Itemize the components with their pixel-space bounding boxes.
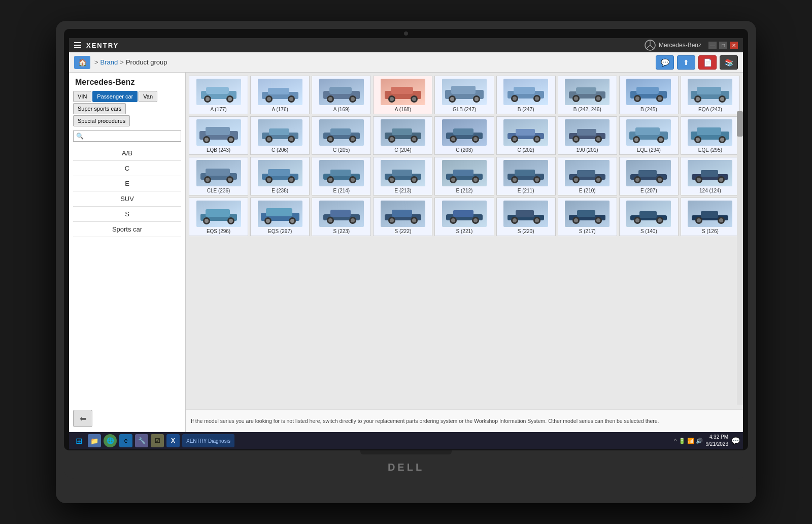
car-card[interactable]: GLB (247) — [434, 76, 494, 114]
svg-point-171 — [229, 219, 233, 223]
svg-rect-173 — [266, 208, 292, 216]
svg-point-33 — [475, 97, 479, 101]
tab-van[interactable]: Van — [139, 91, 157, 102]
car-card[interactable]: CLE (236) — [189, 157, 248, 195]
tab-special-procedures[interactable]: Special procedures — [73, 115, 130, 126]
category-list: A/B C E SUV S Sports car — [73, 146, 181, 402]
taskbar-app-4[interactable]: 🔧 — [135, 434, 148, 447]
car-card[interactable]: C (204) — [373, 116, 432, 155]
pdf-icon-button[interactable]: 📄 — [698, 55, 717, 70]
car-card[interactable]: E (210) — [558, 157, 617, 195]
tab-passenger-car[interactable]: Passenger car — [92, 91, 138, 102]
home-button[interactable]: 🏠 — [74, 56, 90, 69]
category-item-sports[interactable]: Sports car — [73, 222, 181, 237]
minimize-button[interactable]: — — [708, 42, 717, 49]
brand-title: Mercedes-Benz — [659, 42, 701, 49]
category-item-ab[interactable]: A/B — [73, 146, 181, 161]
category-item-suv[interactable]: SUV — [73, 191, 181, 207]
breadcrumb-product-group: Product group — [126, 58, 167, 66]
taskbar-checkbox-app[interactable]: ☑ — [151, 434, 164, 447]
car-card[interactable]: C (203) — [434, 116, 494, 155]
content-area: A (177) A (176) — [186, 73, 743, 432]
category-item-c[interactable]: C — [73, 161, 181, 176]
car-card[interactable]: S (217) — [558, 198, 617, 236]
tab-super-sports-cars[interactable]: Super sports cars — [73, 103, 126, 114]
search-box: 🔍 — [73, 130, 181, 142]
car-card[interactable]: C (206) — [250, 116, 310, 155]
car-card[interactable]: E (214) — [312, 157, 371, 195]
taskbar-xentry-button[interactable]: X — [166, 434, 180, 447]
svg-point-75 — [351, 137, 355, 141]
svg-rect-11 — [268, 88, 289, 94]
car-card[interactable]: 190 (201) — [558, 116, 617, 155]
hamburger-menu[interactable] — [74, 42, 81, 48]
car-card[interactable]: S (222) — [373, 198, 432, 236]
car-card[interactable]: EQE (295) — [681, 116, 740, 155]
car-label: EQE (295) — [698, 147, 722, 153]
car-card[interactable]: E (211) — [496, 157, 556, 195]
svg-point-165 — [719, 178, 723, 182]
svg-point-15 — [289, 97, 293, 101]
svg-rect-179 — [330, 210, 351, 217]
car-card[interactable]: A (176) — [250, 76, 310, 114]
car-card[interactable]: B (242, 246) — [558, 76, 617, 114]
close-button[interactable]: ✕ — [730, 42, 738, 49]
svg-point-123 — [289, 178, 293, 182]
maximize-button[interactable]: □ — [719, 42, 727, 49]
car-card[interactable]: B (247) — [496, 76, 556, 114]
car-label: E (214) — [333, 188, 350, 193]
svg-point-213 — [658, 218, 662, 222]
search-input[interactable] — [86, 133, 178, 140]
car-card[interactable]: E (213) — [373, 157, 432, 195]
tab-vin[interactable]: VIN — [73, 91, 91, 102]
category-item-e[interactable]: E — [73, 176, 181, 191]
xentry-taskbar-label: XENTRY Diagnosis — [182, 434, 234, 447]
car-card[interactable]: E (238) — [250, 157, 310, 195]
upload-icon-button[interactable]: ⬆ — [677, 55, 695, 70]
back-nav-button[interactable]: ⬅ — [73, 410, 92, 427]
mercedes-benz-logo — [645, 40, 656, 51]
car-card[interactable]: E (207) — [619, 157, 679, 195]
car-card[interactable]: S (221) — [434, 198, 494, 236]
sidebar: Mercedes-Benz VIN Passenger car Van Supe… — [69, 73, 186, 432]
svg-rect-149 — [577, 170, 595, 177]
svg-rect-5 — [206, 87, 229, 94]
car-card[interactable]: B (245) — [619, 76, 679, 114]
breadcrumb-brand[interactable]: Brand — [100, 58, 118, 66]
car-card[interactable]: EQS (296) — [189, 198, 248, 236]
car-card[interactable]: 124 (124) — [681, 157, 740, 195]
car-card[interactable]: A (168) — [373, 76, 432, 114]
car-card[interactable]: S (140) — [619, 198, 679, 236]
car-card[interactable]: E (212) — [434, 157, 494, 195]
category-item-s[interactable]: S — [73, 207, 181, 222]
svg-rect-77 — [392, 128, 412, 135]
svg-rect-47 — [636, 87, 659, 94]
car-card[interactable]: S (126) — [681, 198, 740, 236]
breadcrumb-separator-2: > — [120, 58, 124, 66]
car-card[interactable]: EQA (243) — [681, 76, 740, 114]
car-card[interactable]: EQS (297) — [250, 198, 310, 236]
taskbar-file-explorer[interactable]: 📁 — [88, 434, 101, 447]
taskbar-edge[interactable]: e — [119, 434, 132, 447]
dell-logo: DELL — [388, 462, 424, 473]
car-label: C (205) — [333, 147, 350, 153]
svg-rect-59 — [206, 127, 230, 135]
car-card[interactable]: A (177) — [189, 76, 248, 114]
taskbar-chrome[interactable]: 🌐 — [104, 434, 117, 447]
svg-point-51 — [658, 96, 662, 101]
car-card[interactable]: EQE (294) — [619, 116, 679, 155]
windows-start-button[interactable]: ⊞ — [72, 434, 85, 447]
car-card[interactable]: EQB (243) — [189, 116, 248, 155]
chat-icon-button[interactable]: 💬 — [656, 55, 674, 70]
car-card[interactable]: C (202) — [496, 116, 556, 155]
car-card[interactable]: S (223) — [312, 198, 371, 236]
notification-icon[interactable]: 💬 — [731, 437, 740, 445]
svg-rect-83 — [453, 128, 473, 135]
car-label: E (213) — [394, 188, 411, 193]
car-card[interactable]: A (169) — [312, 76, 371, 114]
car-card[interactable]: C (205) — [312, 116, 371, 155]
car-card[interactable]: S (220) — [496, 198, 556, 236]
svg-point-93 — [535, 137, 539, 141]
car-label: C (206) — [272, 147, 288, 153]
book-icon-button[interactable]: 📚 — [720, 55, 738, 70]
